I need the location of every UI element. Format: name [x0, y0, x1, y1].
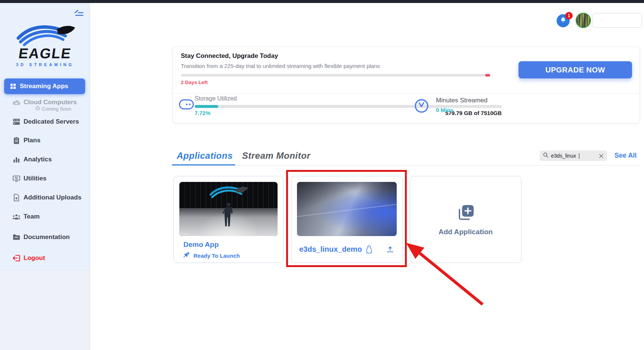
top-dark-strip	[0, 0, 644, 3]
tabs-divider	[172, 165, 640, 165]
clock-icon	[414, 99, 429, 115]
eagle-waves-icon	[15, 23, 76, 46]
sidebar: EAGLE 3D STREAMING Streaming Apps Cloud …	[0, 3, 90, 270]
character-figure	[221, 202, 236, 229]
clock-small-icon	[35, 106, 40, 112]
banner-divider	[173, 93, 640, 94]
storage-usage: 579.79 GB of 7510GB	[445, 110, 502, 116]
see-all-link[interactable]: See All	[614, 152, 637, 159]
sidebar-item-label: Plans	[24, 137, 40, 144]
app-status: Ready To Launch	[183, 252, 240, 259]
storage-progress-fill	[195, 105, 218, 108]
rocket-icon	[183, 252, 190, 259]
demo-app-thumbnail[interactable]: Cursor	[179, 182, 278, 236]
cloud-check-icon	[12, 99, 21, 105]
app-card-e3ds-linux-demo[interactable]: e3ds_linux_demo	[291, 176, 403, 263]
folder-icon	[12, 234, 21, 240]
search-value: e3ds_linux	[551, 153, 576, 159]
add-application-card[interactable]: Add Application	[410, 176, 521, 263]
servers-icon	[12, 118, 21, 125]
sidebar-item-additional-uploads[interactable]: Additional Uploads	[12, 194, 81, 201]
upgrade-banner-card: Stay Connected, Upgrade Today Transition…	[173, 47, 640, 123]
storage-progress-bar	[195, 105, 502, 108]
search-icon	[543, 152, 548, 159]
minutes-streamed-value: 0 Mins	[436, 107, 453, 113]
sidebar-item-documentation[interactable]: Documentation	[12, 233, 70, 241]
sidebar-item-label: Team	[24, 213, 40, 220]
bell-icon	[560, 17, 566, 25]
tab-applications[interactable]: Applications	[177, 151, 233, 161]
banner-title: Stay Connected, Upgrade Today	[181, 52, 278, 60]
upgrade-now-button[interactable]: UPGRADE NOW	[518, 61, 632, 78]
notification-badge: 1	[565, 12, 573, 19]
brand-name: EAGLE	[0, 46, 91, 61]
active-tab-underline	[172, 164, 235, 165]
search-input[interactable]: e3ds_linux	[540, 151, 607, 161]
sidebar-collapse-icon[interactable]	[74, 10, 84, 17]
sidebar-item-team[interactable]: Team	[12, 213, 40, 220]
sidebar-item-dedicated-servers[interactable]: Dedicated Servers	[12, 118, 79, 126]
minutes-streamed-label: Minutes Streamed	[436, 97, 487, 104]
display-transfer-icon	[12, 175, 21, 182]
app-title[interactable]: e3ds_linux_demo	[299, 245, 362, 254]
add-application-label: Add Application	[439, 228, 493, 236]
sidebar-item-logout[interactable]: Logout	[12, 254, 45, 262]
e3ds-app-thumbnail[interactable]	[297, 182, 397, 236]
sidebar-item-label: Documentation	[24, 233, 70, 241]
trial-progress-remaining	[485, 74, 490, 77]
sidebar-item-cloud-computers: Cloud Computers	[12, 99, 77, 106]
storage-icon	[179, 99, 194, 111]
thumbnail-watermark: Cursor	[181, 232, 189, 235]
profile-box[interactable]: .	[592, 13, 642, 28]
bar-chart-icon	[12, 156, 21, 163]
eagle-logo-in-scene	[208, 185, 249, 201]
storage-percent: 7.72%	[195, 110, 211, 116]
sidebar-item-streaming-apps[interactable]: Streaming Apps	[4, 78, 85, 94]
coming-soon-note: Coming Soon	[35, 106, 71, 112]
sidebar-item-label: Streaming Apps	[20, 83, 68, 90]
sidebar-footer-area	[0, 270, 90, 350]
sidebar-item-utilities[interactable]: Utilities	[12, 175, 46, 182]
dashboard: EAGLE 3D STREAMING Streaming Apps Cloud …	[0, 0, 644, 350]
brand-tagline: 3D STREAMING	[0, 62, 90, 67]
text-cursor	[579, 153, 580, 159]
user-avatar[interactable]	[576, 13, 591, 28]
sidebar-item-label: Logout	[24, 254, 45, 262]
people-icon	[12, 214, 21, 220]
sidebar-item-label: Cloud Computers	[24, 99, 77, 106]
tab-stream-monitor[interactable]: Stream Monitor	[242, 151, 310, 161]
sidebar-item-label: Dedicated Servers	[24, 118, 79, 126]
logout-icon	[12, 255, 21, 261]
sidebar-item-analytics[interactable]: Analytics	[12, 156, 52, 163]
file-upload-icon	[12, 194, 21, 201]
grid-icon	[9, 83, 17, 89]
trial-progress-bar	[181, 74, 490, 77]
sidebar-item-plans[interactable]: Plans	[12, 137, 40, 144]
upload-icon[interactable]	[386, 245, 394, 255]
storage-label: Storage Utilized	[195, 95, 237, 102]
app-title[interactable]: Demo App	[183, 241, 219, 249]
brand-logo: EAGLE 3D STREAMING	[0, 23, 90, 67]
days-left-label: 2 Days Left	[181, 80, 208, 85]
notifications-button[interactable]: 1	[557, 14, 570, 27]
clipboard-icon	[12, 137, 21, 144]
add-application-icon	[456, 204, 475, 223]
banner-subtitle: Transition from a 225-day trial to unlim…	[181, 63, 380, 69]
sidebar-item-label: Analytics	[24, 156, 52, 163]
sidebar-item-label: Additional Uploads	[24, 194, 81, 201]
sidebar-item-label: Utilities	[24, 175, 46, 182]
clear-search-icon[interactable]	[599, 154, 604, 158]
app-card-demo[interactable]: Cursor Demo App Ready To Launch	[173, 176, 284, 263]
linux-penguin-icon	[365, 245, 373, 255]
